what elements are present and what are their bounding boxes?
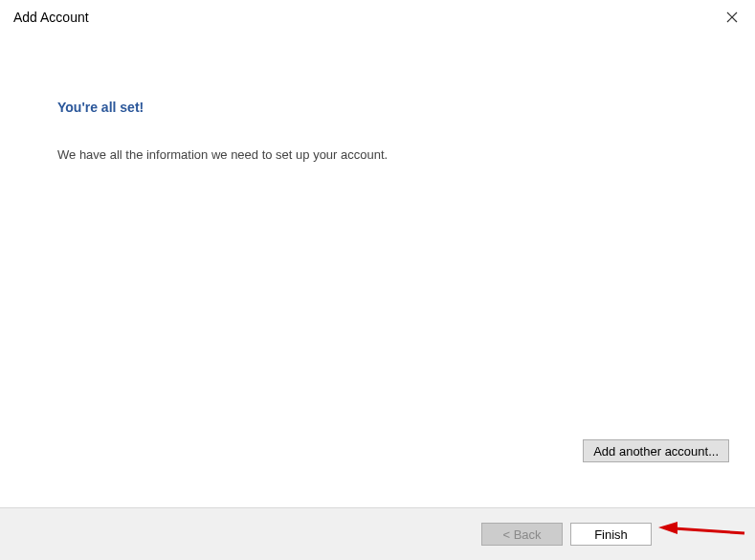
dialog-title: Add Account bbox=[13, 10, 89, 25]
add-another-container: Add another account... bbox=[583, 439, 729, 462]
close-icon bbox=[726, 11, 738, 23]
back-button: < Back bbox=[481, 523, 563, 546]
success-message: We have all the information we need to s… bbox=[57, 147, 698, 162]
finish-button[interactable]: Finish bbox=[570, 523, 652, 546]
titlebar: Add Account bbox=[0, 0, 755, 33]
close-button[interactable] bbox=[722, 8, 742, 27]
add-another-account-button[interactable]: Add another account... bbox=[583, 439, 729, 462]
success-heading: You're all set! bbox=[57, 100, 698, 115]
footer: < Back Finish bbox=[0, 507, 755, 560]
content-area: You're all set! We have all the informat… bbox=[0, 33, 755, 181]
